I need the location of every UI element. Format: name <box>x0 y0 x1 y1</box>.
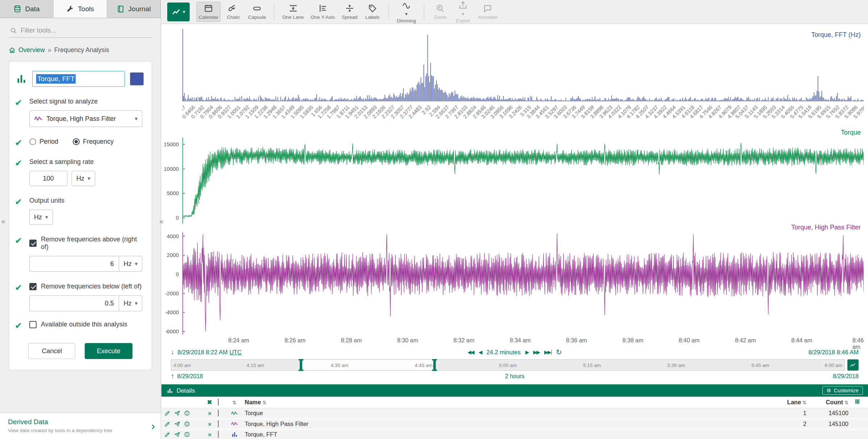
select-all-checkbox[interactable] <box>218 398 219 406</box>
table-row[interactable]: Torque, FFT <box>161 429 868 439</box>
remove-icon[interactable] <box>207 431 212 438</box>
collapse-sidebar-handle[interactable]: « <box>158 216 165 226</box>
chain-button[interactable]: Chain <box>223 2 243 22</box>
scrubber-date-right[interactable]: 8/29/2018 <box>833 373 859 380</box>
breadcrumb: Overview » Frequency Analysis <box>9 46 152 54</box>
period-radio[interactable]: Period <box>29 138 58 145</box>
output-unit-select[interactable]: Hz ▾ <box>29 210 53 225</box>
info-icon[interactable] <box>184 410 190 416</box>
customize-button[interactable]: ⚙ Customize <box>822 386 863 395</box>
sort-icon[interactable]: ⇅ <box>262 400 266 405</box>
remove-below-checkbox[interactable] <box>29 283 37 290</box>
skip-to-now-icon[interactable]: ▶▶| <box>544 349 551 355</box>
one-y-axis-button[interactable]: One Y-Axis <box>308 2 337 22</box>
derived-data-subtitle: View data created by tools in a dependen… <box>8 428 143 433</box>
step-forward-icon[interactable]: ▶▶ <box>533 349 540 355</box>
edit-icon[interactable] <box>164 431 170 438</box>
paper-plane-icon[interactable] <box>174 421 180 427</box>
available-outside-checkbox[interactable] <box>29 321 37 328</box>
table-row[interactable]: Torque, High Pass Filter2145100 <box>161 419 868 429</box>
calendar-button[interactable]: Calendar <box>197 2 221 22</box>
info-icon[interactable] <box>184 421 190 427</box>
tab-data[interactable]: Data <box>0 0 54 18</box>
type-sort-icon[interactable]: ⇅ <box>232 400 236 405</box>
frequency-radio[interactable]: Frequency <box>73 138 114 145</box>
collapse-outer-panel-handle[interactable]: « <box>0 216 7 226</box>
scrubber-chart-button[interactable] <box>847 359 859 371</box>
chevron-down-icon: ▾ <box>462 11 464 17</box>
scrubber-selection[interactable] <box>301 359 434 371</box>
arrow-up-icon[interactable]: ↑ <box>171 372 174 380</box>
remove-above-input[interactable]: 6 <box>29 256 119 272</box>
sort-icon[interactable]: ⇅ <box>844 400 848 405</box>
info-icon <box>184 431 190 438</box>
one-lane-button[interactable]: One Lane <box>280 2 306 22</box>
step-check-icon: ✔ <box>15 321 24 330</box>
spread-button[interactable]: Spread <box>340 2 360 22</box>
sampling-unit-select[interactable]: Hz ▾ <box>72 171 95 186</box>
chevron-right-icon: › <box>151 420 155 432</box>
cancel-button[interactable]: Cancel <box>28 343 75 359</box>
chevron-down-icon: ▾ <box>135 261 138 267</box>
half-step-back-icon[interactable]: ◀ <box>479 349 482 355</box>
signal-select[interactable]: Torque, High Pass Filter ▾ <box>29 110 142 127</box>
info-icon[interactable] <box>184 431 190 438</box>
arrow-down-icon[interactable]: ↓ <box>171 348 174 356</box>
derived-data-title: Derived Data <box>8 418 143 426</box>
remove-all-icon[interactable]: ✖ <box>207 399 212 405</box>
paper-plane-icon[interactable] <box>174 431 180 438</box>
trend-button[interactable]: ▾ <box>167 3 190 21</box>
home-icon[interactable] <box>9 47 16 54</box>
table-columns-icon[interactable] <box>854 398 860 405</box>
trend-icon <box>172 7 181 17</box>
remove-above-checkbox[interactable] <box>29 240 37 247</box>
table-row[interactable]: Torque1145100 <box>161 408 868 419</box>
result-name-input[interactable]: Torque, FFT <box>32 71 125 87</box>
range-start[interactable]: 8/29/2018 8:22 AM UTC <box>178 349 242 356</box>
timezone-link[interactable]: UTC <box>229 349 242 355</box>
capsule-button[interactable]: Capsule <box>246 2 268 22</box>
color-swatch-button[interactable] <box>130 72 144 85</box>
row-checkbox[interactable] <box>218 409 219 417</box>
dimming-button[interactable]: ▾Dimming <box>395 0 418 25</box>
row-checkbox[interactable] <box>218 431 219 438</box>
count-column-header[interactable]: Count⇅ <box>809 397 851 408</box>
remove-below-input[interactable]: 0.5 <box>29 295 119 311</box>
name-column-header[interactable]: Name⇅ <box>242 397 779 408</box>
search-input[interactable] <box>21 27 144 34</box>
scrubber-track[interactable]: 4:00 am4:15 am4:30 am4:45 am5:00 am5:15 … <box>171 359 845 371</box>
edit-icon[interactable] <box>164 410 170 416</box>
remove-icon[interactable] <box>207 421 212 427</box>
tab-tools[interactable]: Tools <box>54 0 107 18</box>
remove-below-unit-select[interactable]: Hz ▾ <box>119 295 142 311</box>
refresh-icon[interactable]: ↻ <box>556 348 562 356</box>
sort-icon[interactable]: ⇅ <box>802 400 806 405</box>
edit-icon[interactable] <box>164 421 170 427</box>
scrubber-tick-label: 6:00 am <box>825 362 842 368</box>
tab-journal[interactable]: Journal <box>107 0 161 18</box>
scrubber-range-duration[interactable]: 2 hours <box>505 373 524 380</box>
scrubber-left-handle[interactable] <box>300 359 302 371</box>
half-step-forward-icon[interactable]: ▶ <box>525 349 528 355</box>
step-back-icon[interactable]: ◀◀ <box>467 349 474 355</box>
derived-data-card[interactable]: Derived Data View data created by tools … <box>0 413 161 439</box>
row-checkbox[interactable] <box>218 420 219 427</box>
execute-button[interactable]: Execute <box>85 343 132 359</box>
high-pass-filter-chart-lane[interactable]: Torque, High Pass Filter -6000-4000-2000… <box>182 232 864 334</box>
remove-icon[interactable] <box>207 410 212 416</box>
remove-above-unit-select[interactable]: Hz ▾ <box>119 256 142 272</box>
row-count: 145100 <box>809 408 851 419</box>
labels-button[interactable]: Labels <box>362 2 383 22</box>
torque-chart-lane[interactable]: Torque 050001000015000 <box>182 138 864 224</box>
range-end[interactable]: 8/29/2018 8:46 AM <box>808 349 859 356</box>
fft-chart-lane[interactable]: Torque, FFT (Hz) <box>182 29 864 101</box>
sampling-rate-input[interactable]: 100 <box>29 171 67 186</box>
name-header-label: Name <box>245 399 261 405</box>
paper-plane-icon[interactable] <box>174 410 180 416</box>
breadcrumb-overview-link[interactable]: Overview <box>18 46 45 54</box>
lane-column-header[interactable]: Lane⇅ <box>779 397 809 408</box>
toolbar-button-label: Calendar <box>199 14 219 20</box>
available-outside-label: Available outside this analysis <box>41 321 127 328</box>
scrubber-right-handle[interactable] <box>433 359 436 371</box>
scrubber-date-left[interactable]: 8/29/2018 <box>177 373 203 380</box>
